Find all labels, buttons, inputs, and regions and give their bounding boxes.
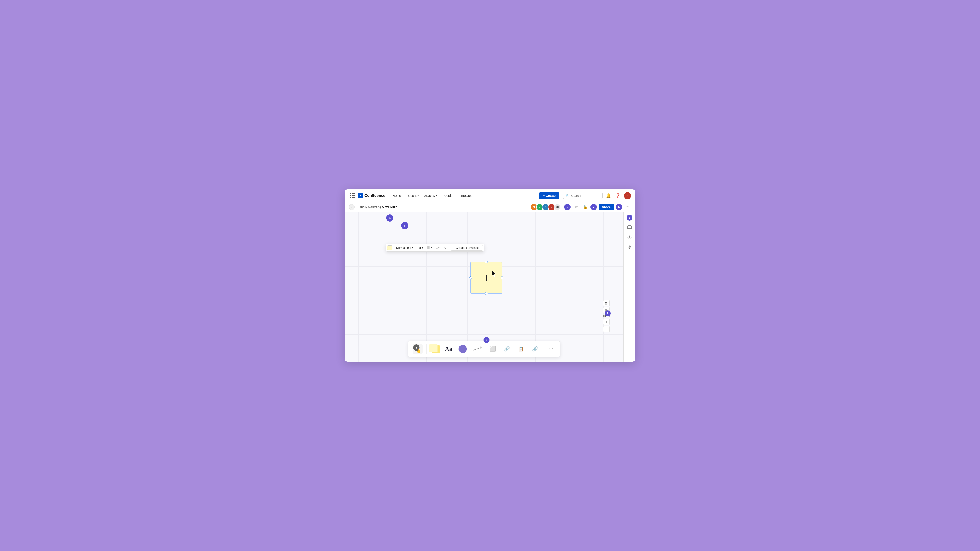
svg-line-6 [630, 237, 630, 238]
breadcrumb-bar: › Banc.ly Marketing New retro 1 M J K S … [345, 202, 635, 212]
resize-handle-bottom[interactable] [485, 292, 488, 295]
create-button[interactable]: + Create [539, 192, 559, 199]
more-tools-icon: ••• [549, 347, 553, 351]
text-style-dropdown[interactable]: Normal text ▾ [394, 245, 415, 250]
line-tool[interactable] [470, 342, 484, 356]
user-avatar[interactable]: A [624, 192, 631, 199]
grid-menu-icon[interactable] [349, 192, 355, 199]
main-area: 4 Normal text ▾ B ▾ ☰ ▾ ≡ [345, 212, 635, 362]
fit-selection-button[interactable]: ⊞ [603, 307, 609, 313]
text-tool[interactable]: Aa [442, 342, 455, 356]
frame-icon: ⬜ [490, 346, 496, 352]
lock-icon[interactable]: 🔒 [581, 203, 589, 211]
nav-right: 🔍 🔔 ❓ A [563, 192, 631, 199]
sticky-note-tool[interactable] [428, 342, 441, 356]
format-toolbar: Normal text ▾ B ▾ ☰ ▾ ≡ ▾ ☺ + Cre [386, 244, 484, 252]
breadcrumb-right: M J K S +3 6 ☆ 🔒 7 Share 5 ••• [530, 203, 631, 211]
help-icon[interactable]: ❓ [614, 192, 622, 199]
list-chevron-icon: ▾ [431, 246, 432, 249]
clock-icon [627, 235, 632, 240]
sparkle-icon [627, 245, 632, 249]
toolbar-divider-2 [485, 345, 485, 354]
share-button[interactable]: Share [599, 204, 614, 210]
nav-links: Home Recent ▾ Spaces ▾ People Templates [390, 192, 539, 199]
topnav: ✕ Confluence Home Recent ▾ Spaces ▾ Peop… [345, 189, 635, 202]
text-cursor [486, 275, 487, 281]
spaces-chevron-icon: ▾ [436, 194, 437, 197]
create-jira-issue-button[interactable]: + Create a Jira issue [451, 245, 483, 251]
app-window: ✕ Confluence Home Recent ▾ Spaces ▾ Peop… [345, 189, 635, 362]
emoji-button[interactable]: ☺ [442, 245, 449, 250]
logo-text: Confluence [364, 194, 385, 198]
logo-icon: ✕ [358, 193, 363, 198]
zoom-level: 100% [602, 314, 610, 318]
nav-recent[interactable]: Recent ▾ [404, 192, 421, 199]
avatar-group: M J K S +3 [530, 203, 560, 211]
svg-rect-0 [628, 225, 631, 229]
bottom-toolbar: ▶ 🤚 3 [408, 341, 560, 357]
badge-2: 2 [627, 215, 632, 221]
more-menu-button[interactable]: ••• [624, 203, 631, 211]
bold-chevron-icon: ▾ [422, 246, 423, 249]
sticky-note-icon [430, 345, 440, 354]
smart-link-icon: 🔗 [504, 346, 510, 352]
align-chevron-icon: ▾ [438, 246, 440, 249]
stamp-tool[interactable]: 📋 [514, 342, 528, 356]
nav-templates[interactable]: Templates [456, 192, 475, 199]
badge-5: 5 [616, 204, 622, 210]
shape-tool[interactable] [456, 342, 469, 356]
frame-tool[interactable]: ⬜ [486, 342, 500, 356]
sidebar-toggle[interactable]: › [349, 204, 355, 210]
bold-button[interactable]: B ▾ [417, 245, 425, 250]
right-panel: 2 [624, 212, 635, 362]
canvas-area[interactable]: 4 Normal text ▾ B ▾ ☰ ▾ ≡ [345, 212, 624, 362]
link-tool[interactable]: 🔗 [528, 342, 542, 356]
list-button[interactable]: ☰ ▾ [425, 245, 434, 250]
nav-home[interactable]: Home [390, 192, 403, 199]
table-icon [627, 225, 632, 229]
nav-people[interactable]: People [440, 192, 455, 199]
text-style-chevron-icon: ▾ [412, 246, 413, 249]
resize-handle-top[interactable] [485, 261, 488, 264]
sticky-note[interactable] [471, 262, 502, 294]
recent-chevron-icon: ▾ [417, 194, 419, 197]
badge-3: 3 [484, 337, 490, 343]
zoom-controls: ⊡ ⊞ 100% + − [602, 300, 610, 332]
link-icon: 🔗 [532, 346, 538, 352]
zoom-in-button[interactable]: + [603, 319, 609, 325]
ai-panel-button[interactable] [625, 243, 633, 251]
cursor-tool-item[interactable]: ▶ 🤚 [410, 342, 425, 356]
breadcrumb-space: Banc.ly Marketing [358, 205, 381, 209]
resize-handle-right[interactable] [501, 276, 503, 279]
smart-link-tool[interactable]: 🔗 [500, 342, 514, 356]
shape-icon [459, 345, 467, 353]
search-input[interactable] [571, 194, 600, 197]
notifications-icon[interactable]: 🔔 [605, 192, 612, 199]
badge-7: 7 [590, 204, 597, 210]
fit-all-button[interactable]: ⊡ [603, 300, 609, 306]
more-tools-button[interactable]: ••• [545, 342, 558, 356]
badge-4: 4 [386, 214, 393, 222]
logo[interactable]: ✕ Confluence [358, 193, 385, 198]
text-icon: Aa [445, 346, 452, 353]
zoom-out-button[interactable]: − [603, 326, 609, 332]
star-button[interactable]: ☆ [572, 203, 580, 211]
badge-6: 6 [564, 204, 571, 210]
color-picker[interactable] [387, 245, 392, 250]
search-box[interactable]: 🔍 [563, 192, 603, 199]
stamp-icon: 📋 [518, 346, 524, 352]
toolbar-divider-1 [426, 345, 427, 354]
collab-count[interactable]: +3 [554, 203, 560, 210]
resize-handle-left[interactable] [469, 276, 472, 279]
table-panel-button[interactable] [625, 223, 633, 232]
nav-spaces[interactable]: Spaces ▾ [422, 192, 439, 199]
history-panel-button[interactable] [625, 233, 633, 241]
search-icon: 🔍 [565, 194, 569, 197]
align-button[interactable]: ≡ ▾ [434, 245, 442, 250]
breadcrumb-title: New retro [382, 205, 398, 209]
